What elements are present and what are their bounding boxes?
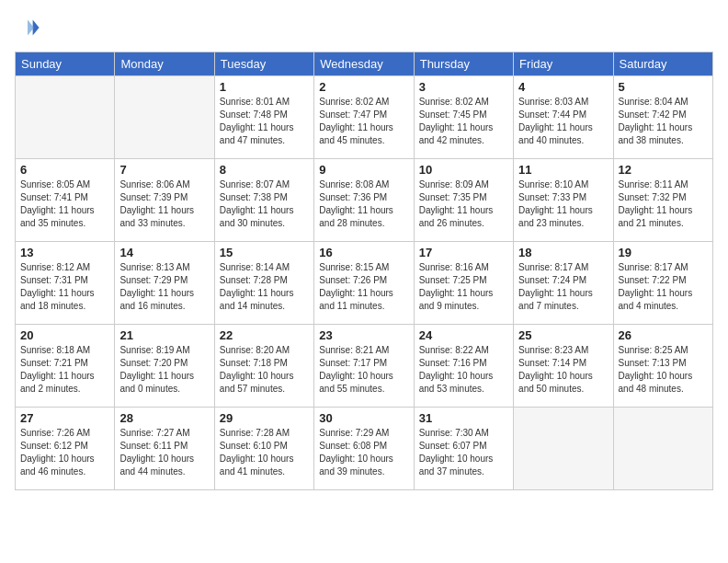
day-number: 15: [220, 246, 309, 259]
day-number: 3: [419, 80, 508, 94]
day-number: 11: [518, 163, 608, 177]
calendar-cell: 2Sunrise: 8:02 AMSunset: 7:47 PMDaylight…: [314, 76, 414, 159]
logo: [15, 15, 44, 40]
calendar-cell: 17Sunrise: 8:16 AMSunset: 7:25 PMDayligh…: [414, 242, 513, 325]
cell-info: Sunrise: 8:19 AMSunset: 7:20 PMDaylight:…: [119, 344, 209, 396]
day-header-saturday: Saturday: [613, 52, 712, 76]
cell-info: Sunrise: 7:27 AMSunset: 6:11 PMDaylight:…: [119, 427, 209, 478]
logo-icon: [15, 15, 40, 40]
day-number: 21: [119, 328, 209, 342]
calendar-cell: 19Sunrise: 8:17 AMSunset: 7:22 PMDayligh…: [613, 242, 712, 325]
calendar-cell: 29Sunrise: 7:28 AMSunset: 6:10 PMDayligh…: [214, 408, 313, 490]
day-number: 6: [20, 163, 109, 177]
cell-info: Sunrise: 8:23 AMSunset: 7:14 PMDaylight:…: [518, 344, 608, 396]
day-number: 28: [119, 411, 209, 425]
calendar-cell: 26Sunrise: 8:25 AMSunset: 7:13 PMDayligh…: [613, 325, 712, 408]
calendar-cell: 11Sunrise: 8:10 AMSunset: 7:33 PMDayligh…: [514, 159, 613, 242]
calendar-week-1: 1Sunrise: 8:01 AMSunset: 7:48 PMDaylight…: [16, 76, 713, 159]
day-header-thursday: Thursday: [414, 52, 513, 76]
day-number: 12: [619, 163, 708, 177]
calendar-cell: 5Sunrise: 8:04 AMSunset: 7:42 PMDaylight…: [613, 76, 712, 159]
day-number: 10: [419, 163, 508, 177]
cell-info: Sunrise: 7:26 AMSunset: 6:12 PMDaylight:…: [20, 427, 109, 478]
day-number: 5: [619, 80, 708, 94]
day-header-friday: Friday: [514, 52, 613, 76]
cell-info: Sunrise: 8:06 AMSunset: 7:39 PMDaylight:…: [119, 178, 209, 230]
calendar-cell: 28Sunrise: 7:27 AMSunset: 6:11 PMDayligh…: [115, 408, 214, 490]
cell-info: Sunrise: 7:30 AMSunset: 6:07 PMDaylight:…: [419, 427, 508, 478]
cell-info: Sunrise: 8:09 AMSunset: 7:35 PMDaylight:…: [419, 178, 508, 230]
calendar-cell: 4Sunrise: 8:03 AMSunset: 7:44 PMDaylight…: [514, 76, 613, 159]
day-number: 29: [220, 411, 309, 425]
cell-info: Sunrise: 8:16 AMSunset: 7:25 PMDaylight:…: [419, 261, 508, 313]
calendar-cell: [514, 408, 613, 490]
day-number: 4: [518, 80, 608, 94]
day-number: 25: [518, 328, 608, 342]
cell-info: Sunrise: 8:25 AMSunset: 7:13 PMDaylight:…: [619, 344, 708, 396]
calendar-header-row: SundayMondayTuesdayWednesdayThursdayFrid…: [16, 52, 713, 76]
calendar-cell: 10Sunrise: 8:09 AMSunset: 7:35 PMDayligh…: [414, 159, 513, 242]
cell-info: Sunrise: 8:22 AMSunset: 7:16 PMDaylight:…: [419, 344, 508, 396]
calendar-cell: 27Sunrise: 7:26 AMSunset: 6:12 PMDayligh…: [16, 408, 115, 490]
calendar-cell: 16Sunrise: 8:15 AMSunset: 7:26 PMDayligh…: [314, 242, 414, 325]
calendar-cell: [115, 76, 214, 159]
day-number: 13: [20, 246, 109, 259]
calendar-cell: [16, 76, 115, 159]
calendar-cell: 24Sunrise: 8:22 AMSunset: 7:16 PMDayligh…: [414, 325, 513, 408]
day-number: 2: [319, 80, 408, 94]
day-number: 20: [20, 328, 109, 342]
day-header-tuesday: Tuesday: [214, 52, 313, 76]
calendar-cell: 31Sunrise: 7:30 AMSunset: 6:07 PMDayligh…: [414, 408, 513, 490]
cell-info: Sunrise: 8:11 AMSunset: 7:32 PMDaylight:…: [619, 178, 708, 230]
day-number: 27: [20, 411, 109, 425]
day-number: 14: [119, 246, 209, 259]
page-header: [15, 15, 713, 40]
calendar-cell: 1Sunrise: 8:01 AMSunset: 7:48 PMDaylight…: [214, 76, 313, 159]
calendar-cell: 13Sunrise: 8:12 AMSunset: 7:31 PMDayligh…: [16, 242, 115, 325]
day-number: 22: [220, 328, 309, 342]
cell-info: Sunrise: 8:17 AMSunset: 7:22 PMDaylight:…: [619, 261, 708, 313]
calendar-table: SundayMondayTuesdayWednesdayThursdayFrid…: [15, 52, 713, 490]
calendar-cell: 14Sunrise: 8:13 AMSunset: 7:29 PMDayligh…: [115, 242, 214, 325]
day-number: 31: [419, 411, 508, 425]
day-number: 18: [518, 246, 608, 259]
day-number: 16: [319, 246, 408, 259]
calendar-week-5: 27Sunrise: 7:26 AMSunset: 6:12 PMDayligh…: [16, 408, 713, 490]
day-header-sunday: Sunday: [16, 52, 115, 76]
calendar-cell: 21Sunrise: 8:19 AMSunset: 7:20 PMDayligh…: [115, 325, 214, 408]
cell-info: Sunrise: 8:01 AMSunset: 7:48 PMDaylight:…: [220, 96, 309, 147]
cell-info: Sunrise: 8:20 AMSunset: 7:18 PMDaylight:…: [220, 344, 309, 396]
cell-info: Sunrise: 8:15 AMSunset: 7:26 PMDaylight:…: [319, 261, 408, 313]
cell-info: Sunrise: 8:02 AMSunset: 7:45 PMDaylight:…: [419, 96, 508, 147]
calendar-cell: 6Sunrise: 8:05 AMSunset: 7:41 PMDaylight…: [16, 159, 115, 242]
calendar-body: 1Sunrise: 8:01 AMSunset: 7:48 PMDaylight…: [16, 76, 713, 490]
calendar-week-3: 13Sunrise: 8:12 AMSunset: 7:31 PMDayligh…: [16, 242, 713, 325]
cell-info: Sunrise: 8:02 AMSunset: 7:47 PMDaylight:…: [319, 96, 408, 147]
cell-info: Sunrise: 7:28 AMSunset: 6:10 PMDaylight:…: [220, 427, 309, 478]
cell-info: Sunrise: 8:10 AMSunset: 7:33 PMDaylight:…: [518, 178, 608, 230]
day-number: 8: [220, 163, 309, 177]
day-number: 23: [319, 328, 408, 342]
day-number: 30: [319, 411, 408, 425]
calendar-cell: 30Sunrise: 7:29 AMSunset: 6:08 PMDayligh…: [314, 408, 414, 490]
day-number: 24: [419, 328, 508, 342]
calendar-cell: 8Sunrise: 8:07 AMSunset: 7:38 PMDaylight…: [214, 159, 313, 242]
day-number: 9: [319, 163, 408, 177]
calendar-week-4: 20Sunrise: 8:18 AMSunset: 7:21 PMDayligh…: [16, 325, 713, 408]
cell-info: Sunrise: 8:04 AMSunset: 7:42 PMDaylight:…: [619, 96, 708, 147]
calendar-cell: 15Sunrise: 8:14 AMSunset: 7:28 PMDayligh…: [214, 242, 313, 325]
cell-info: Sunrise: 8:17 AMSunset: 7:24 PMDaylight:…: [518, 261, 608, 313]
calendar-cell: 12Sunrise: 8:11 AMSunset: 7:32 PMDayligh…: [613, 159, 712, 242]
cell-info: Sunrise: 8:08 AMSunset: 7:36 PMDaylight:…: [319, 178, 408, 230]
calendar-cell: 20Sunrise: 8:18 AMSunset: 7:21 PMDayligh…: [16, 325, 115, 408]
calendar-cell: 22Sunrise: 8:20 AMSunset: 7:18 PMDayligh…: [214, 325, 313, 408]
cell-info: Sunrise: 8:14 AMSunset: 7:28 PMDaylight:…: [220, 261, 309, 313]
calendar-cell: 25Sunrise: 8:23 AMSunset: 7:14 PMDayligh…: [514, 325, 613, 408]
cell-info: Sunrise: 8:05 AMSunset: 7:41 PMDaylight:…: [20, 178, 109, 230]
day-header-monday: Monday: [115, 52, 214, 76]
cell-info: Sunrise: 8:07 AMSunset: 7:38 PMDaylight:…: [220, 178, 309, 230]
day-number: 17: [419, 246, 508, 259]
day-number: 1: [220, 80, 309, 94]
calendar-cell: 23Sunrise: 8:21 AMSunset: 7:17 PMDayligh…: [314, 325, 414, 408]
day-number: 26: [619, 328, 708, 342]
